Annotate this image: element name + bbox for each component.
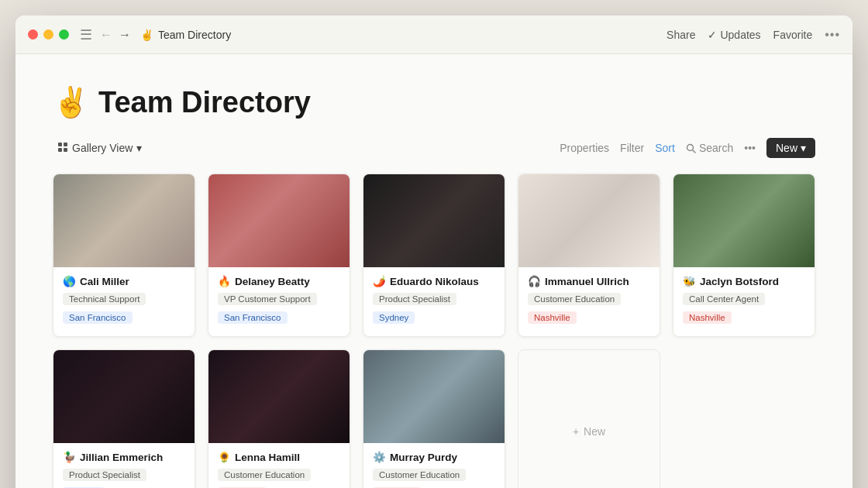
card-image-eduardo-nikolaus <box>363 174 505 267</box>
svg-rect-2 <box>58 148 62 152</box>
person-name-cali-miller: Cali Miller <box>80 276 129 287</box>
new-record-button[interactable]: + New <box>518 349 660 488</box>
person-icon-cali-miller: 🌎 <box>63 275 76 287</box>
card-jillian-emmerich[interactable]: 🦆 Jillian Emmerich Product Specialist Sy… <box>53 349 195 488</box>
card-tags-delaney-beatty: VP Customer Support San Francisco <box>218 293 340 327</box>
new-record-label: New <box>584 425 605 438</box>
person-name-delaney-beatty: Delaney Beatty <box>235 276 310 287</box>
share-button[interactable]: Share <box>666 29 695 41</box>
updates-label: Updates <box>720 29 760 41</box>
gallery-view-label: Gallery View <box>72 142 133 154</box>
card-dept-eduardo-nikolaus: Product Specialist <box>373 293 456 305</box>
new-button[interactable]: New ▾ <box>766 138 815 158</box>
card-body-jaclyn-botsford: 🐝 Jaclyn Botsford Call Center Agent Nash… <box>673 267 815 336</box>
person-icon-immanuel-ullrich: 🎧 <box>528 275 541 287</box>
card-name-murray-purdy: ⚙️ Murray Purdy <box>373 451 495 463</box>
card-name-lenna-hamill: 🌻 Lenna Hamill <box>218 451 340 463</box>
sort-button[interactable]: Sort <box>655 142 675 154</box>
card-tags-murray-purdy: Customer Education Nashville <box>373 469 495 488</box>
properties-button[interactable]: Properties <box>560 142 609 154</box>
title-emoji: ✌️ <box>140 29 153 41</box>
updates-check-icon: ✓ <box>708 29 717 41</box>
page-title-emoji: ✌️ <box>53 85 89 119</box>
svg-rect-3 <box>64 148 67 152</box>
favorite-button[interactable]: Favorite <box>773 29 813 41</box>
card-name-immanuel-ullrich: 🎧 Immanuel Ullrich <box>528 275 650 287</box>
card-dept-jaclyn-botsford: Call Center Agent <box>683 293 765 305</box>
card-name-jaclyn-botsford: 🐝 Jaclyn Botsford <box>683 275 805 287</box>
card-tags-jillian-emmerich: Product Specialist Sydney <box>63 469 185 488</box>
card-loc-cali-miller: San Francisco <box>63 311 133 324</box>
card-image-jillian-emmerich <box>53 350 195 443</box>
person-icon-jaclyn-botsford: 🐝 <box>683 275 696 287</box>
titlebar-title: ✌️ Team Directory <box>140 29 231 41</box>
svg-line-5 <box>693 150 695 153</box>
card-dept-murray-purdy: Customer Education <box>373 469 466 481</box>
back-button[interactable]: ← <box>100 28 112 42</box>
card-image-immanuel-ullrich <box>518 174 660 267</box>
search-button[interactable]: Search <box>686 142 733 154</box>
card-body-lenna-hamill: 🌻 Lenna Hamill Customer Education Nashvi… <box>208 443 350 488</box>
card-tags-jaclyn-botsford: Call Center Agent Nashville <box>683 293 805 327</box>
new-label: New <box>776 142 797 154</box>
svg-point-4 <box>687 144 693 150</box>
card-dept-delaney-beatty: VP Customer Support <box>218 293 317 305</box>
person-name-murray-purdy: Murray Purdy <box>390 452 457 463</box>
gallery-view-icon <box>57 142 68 155</box>
minimize-button[interactable] <box>43 29 53 40</box>
card-loc-eduardo-nikolaus: Sydney <box>373 311 415 324</box>
svg-rect-1 <box>64 143 67 146</box>
card-name-cali-miller: 🌎 Cali Miller <box>63 275 185 287</box>
card-lenna-hamill[interactable]: 🌻 Lenna Hamill Customer Education Nashvi… <box>208 349 350 488</box>
card-loc-delaney-beatty: San Francisco <box>218 311 288 324</box>
toolbar-right: Properties Filter Sort Search ••• New ▾ <box>560 138 815 158</box>
card-murray-purdy[interactable]: ⚙️ Murray Purdy Customer Education Nashv… <box>363 349 505 488</box>
person-name-jaclyn-botsford: Jaclyn Botsford <box>700 276 779 287</box>
person-name-lenna-hamill: Lenna Hamill <box>235 452 300 463</box>
forward-button[interactable]: → <box>119 28 131 42</box>
titlebar: ☰ ← → ✌️ Team Directory Share ✓ Updates … <box>16 15 852 54</box>
new-chevron-icon: ▾ <box>801 142 806 154</box>
card-body-murray-purdy: ⚙️ Murray Purdy Customer Education Nashv… <box>363 443 505 488</box>
person-name-jillian-emmerich: Jillian Emmerich <box>80 452 163 463</box>
card-cali-miller[interactable]: 🌎 Cali Miller Technical Support San Fran… <box>53 174 195 337</box>
page-title-text: Team Directory <box>98 86 311 119</box>
card-body-eduardo-nikolaus: 🌶️ Eduardo Nikolaus Product Specialist S… <box>363 267 505 336</box>
card-name-jillian-emmerich: 🦆 Jillian Emmerich <box>63 451 185 463</box>
person-icon-jillian-emmerich: 🦆 <box>63 451 76 463</box>
more-options-button[interactable]: ••• <box>825 28 840 42</box>
card-immanuel-ullrich[interactable]: 🎧 Immanuel Ullrich Customer Education Na… <box>518 174 660 337</box>
search-label: Search <box>699 142 733 154</box>
menu-icon[interactable]: ☰ <box>80 26 92 43</box>
svg-rect-0 <box>58 143 62 146</box>
card-tags-lenna-hamill: Customer Education Nashville <box>218 469 340 488</box>
card-tags-eduardo-nikolaus: Product Specialist Sydney <box>373 293 495 327</box>
main-content: ✌️ Team Directory Gallery View ▾ Propert… <box>16 54 852 488</box>
card-eduardo-nikolaus[interactable]: 🌶️ Eduardo Nikolaus Product Specialist S… <box>363 174 505 337</box>
updates-button[interactable]: ✓ Updates <box>708 29 760 41</box>
card-jaclyn-botsford[interactable]: 🐝 Jaclyn Botsford Call Center Agent Nash… <box>673 174 815 337</box>
filter-button[interactable]: Filter <box>620 142 644 154</box>
nav-arrows: ← → <box>100 28 131 42</box>
card-body-delaney-beatty: 🔥 Delaney Beatty VP Customer Support San… <box>208 267 350 336</box>
gallery-view-chevron: ▾ <box>136 142 142 154</box>
card-tags-cali-miller: Technical Support San Francisco <box>63 293 185 327</box>
card-image-delaney-beatty <box>208 174 350 267</box>
card-image-jaclyn-botsford <box>673 174 815 267</box>
card-image-cali-miller <box>53 174 195 267</box>
card-delaney-beatty[interactable]: 🔥 Delaney Beatty VP Customer Support San… <box>208 174 350 337</box>
toolbar-more-button[interactable]: ••• <box>744 142 756 154</box>
person-name-eduardo-nikolaus: Eduardo Nikolaus <box>390 276 479 287</box>
close-button[interactable] <box>28 29 38 40</box>
card-tags-immanuel-ullrich: Customer Education Nashville <box>528 293 650 327</box>
card-image-lenna-hamill <box>208 350 350 443</box>
titlebar-actions: Share ✓ Updates Favorite ••• <box>666 28 840 42</box>
gallery-grid: 🌎 Cali Miller Technical Support San Fran… <box>53 174 815 488</box>
app-window: ☰ ← → ✌️ Team Directory Share ✓ Updates … <box>16 15 852 488</box>
person-icon-lenna-hamill: 🌻 <box>218 451 231 463</box>
page-title: ✌️ Team Directory <box>53 85 815 119</box>
gallery-view-button[interactable]: Gallery View ▾ <box>53 139 146 158</box>
new-record-icon: + <box>573 425 579 438</box>
maximize-button[interactable] <box>59 29 69 40</box>
card-dept-lenna-hamill: Customer Education <box>218 469 311 481</box>
